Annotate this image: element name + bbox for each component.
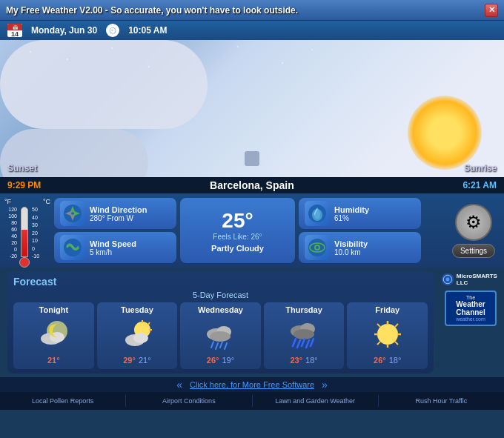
temperature-display: 25° bbox=[222, 209, 253, 233]
forecast-subtitle: 5-Day Forecast bbox=[13, 291, 428, 299]
visibility-icon bbox=[305, 235, 330, 260]
icon-thursday bbox=[285, 316, 322, 354]
promo-arrow-left: « bbox=[176, 379, 182, 391]
temps-tonight: 21° bbox=[47, 356, 60, 365]
forecast-days: Tonight 21° Tuesday bbox=[13, 302, 428, 369]
svg-line-42 bbox=[395, 342, 398, 345]
wind-speed-panel: Wind Speed 5 km/h bbox=[54, 232, 176, 263]
clock-icon: 🕙 bbox=[106, 24, 119, 37]
forecast-day-wednesday: Wednesday 26° 19° bbox=[180, 302, 261, 369]
sunrise-time: 6:21 AM bbox=[462, 180, 497, 190]
weather-row: °F °C 120 100 80 60 40 20 0 -20 bbox=[0, 193, 504, 268]
icon-wednesday bbox=[202, 316, 239, 354]
wind-speed-text: Wind Speed 5 km/h bbox=[90, 239, 136, 256]
settings-container: ⚙ Settings bbox=[448, 198, 500, 263]
low-friday: 18° bbox=[389, 356, 402, 365]
humidity-text: Humidity 61% bbox=[334, 205, 369, 222]
visibility-text: Visibility 10.0 km bbox=[334, 239, 368, 256]
high-thursday: 23° bbox=[290, 356, 302, 365]
wind-speed-icon bbox=[60, 235, 85, 260]
wind-direction-text: Wind Direction 280° From W bbox=[90, 205, 147, 222]
promo-arrow-right: » bbox=[322, 379, 328, 391]
datetime-bar: 📅 14 Monday, Jun 30 🕙 10:05 AM bbox=[0, 21, 504, 40]
celsius-label: °C bbox=[43, 198, 50, 205]
right-logos-area: MicroSMARTS LLC The Weather Channel weat… bbox=[441, 268, 500, 374]
svg-line-44 bbox=[377, 342, 380, 345]
low-tuesday: 21° bbox=[139, 356, 151, 365]
bottom-bar: Local Pollen Reports Airport Conditions … bbox=[0, 392, 504, 410]
svg-line-43 bbox=[395, 324, 398, 327]
fahrenheit-label: °F bbox=[4, 198, 11, 205]
title-bar: My Free Weather V2.00 - So accurate, you… bbox=[0, 0, 504, 21]
bottom-traffic[interactable]: Rush Hour Traffic bbox=[379, 395, 504, 407]
wc-channel: Channel bbox=[449, 308, 492, 316]
forecast-day-tonight: Tonight 21° bbox=[13, 302, 94, 369]
sunrise-label: Sunrise bbox=[464, 163, 497, 173]
bottom-lawn[interactable]: Lawn and Garden Weather bbox=[253, 395, 379, 407]
info-panels: Wind Direction 280° From W Wind Speed 5 … bbox=[54, 198, 444, 263]
svg-line-34 bbox=[306, 340, 309, 348]
forecast-day-thursday: Thursday 23° 1 bbox=[264, 302, 345, 369]
close-button[interactable]: ✕ bbox=[485, 4, 498, 17]
temps-tuesday: 29° 21° bbox=[123, 356, 150, 365]
icon-tonight bbox=[35, 316, 72, 354]
day-name-tonight: Tonight bbox=[39, 305, 69, 314]
wc-weather: Weather bbox=[449, 300, 492, 308]
wind-direction-icon bbox=[60, 201, 85, 226]
wc-url: weather.com bbox=[449, 316, 492, 322]
temps-wednesday: 26° 19° bbox=[207, 356, 234, 365]
forecast-day-friday: Friday 26° 18° bbox=[347, 302, 428, 369]
settings-button[interactable]: Settings bbox=[452, 244, 495, 258]
svg-line-26 bbox=[220, 342, 222, 348]
day-name-tuesday: Tuesday bbox=[121, 305, 153, 314]
sunset-time: 9:29 PM bbox=[7, 180, 41, 190]
right-info-panels: Humidity 61% Visibility 10.0 km bbox=[299, 198, 421, 263]
svg-line-31 bbox=[293, 339, 296, 346]
humidity-panel: Humidity 61% bbox=[299, 198, 421, 229]
high-wednesday: 26° bbox=[207, 356, 219, 365]
icon-friday bbox=[369, 316, 406, 354]
times-row: 9:29 PM Barcelona, Spain 6:21 AM bbox=[0, 177, 504, 193]
weather-channel-box: The Weather Channel weather.com bbox=[445, 291, 497, 326]
low-wednesday: 19° bbox=[222, 356, 234, 365]
temps-friday: 26° 18° bbox=[374, 356, 401, 365]
day-name-thursday: Thursday bbox=[285, 305, 322, 314]
bottom-pollen[interactable]: Local Pollen Reports bbox=[0, 395, 126, 407]
feels-like-display: Feels Like: 26° bbox=[213, 233, 262, 241]
svg-line-41 bbox=[377, 324, 380, 327]
low-thursday: 18° bbox=[305, 356, 318, 365]
thermometer: °F °C 120 100 80 60 40 20 0 -20 bbox=[4, 198, 50, 263]
high-tuesday: 29° bbox=[123, 356, 136, 365]
app-title: My Free Weather V2.00 - So accurate, you… bbox=[6, 5, 298, 16]
center-weather-display: 25° Feels Like: 26° Partly Cloudy bbox=[180, 198, 295, 263]
svg-line-35 bbox=[311, 339, 314, 346]
svg-point-47 bbox=[445, 278, 449, 282]
svg-line-32 bbox=[297, 340, 300, 348]
visibility-panel: Visibility 10.0 km bbox=[299, 232, 421, 263]
svg-point-11 bbox=[316, 246, 319, 249]
day-name-friday: Friday bbox=[375, 305, 399, 314]
icon-tuesday bbox=[119, 316, 156, 354]
humidity-icon bbox=[305, 201, 330, 226]
sunset-label: Sunset bbox=[7, 163, 37, 173]
forecast-wrapper: Forecast 5-Day Forecast Tonight 21° bbox=[0, 268, 504, 377]
svg-point-30 bbox=[294, 329, 314, 339]
svg-line-33 bbox=[302, 339, 305, 346]
microsmarts-logo: MicroSMARTS LLC bbox=[441, 271, 500, 288]
svg-point-36 bbox=[377, 324, 398, 345]
wind-direction-panel: Wind Direction 280° From W bbox=[54, 198, 176, 229]
moon-icon bbox=[245, 151, 259, 166]
city-name: Barcelona, Spain bbox=[210, 179, 294, 191]
svg-point-20 bbox=[133, 333, 148, 343]
day-name-wednesday: Wednesday bbox=[198, 305, 243, 314]
svg-line-25 bbox=[216, 343, 218, 349]
temps-thursday: 23° 18° bbox=[290, 356, 317, 365]
promo-link[interactable]: Click here, for More Free Software bbox=[190, 380, 314, 389]
date-display: Monday, Jun 30 bbox=[31, 25, 97, 36]
sky-area: Sunset Sunrise bbox=[0, 40, 504, 177]
settings-gear-icon[interactable]: ⚙ bbox=[455, 204, 492, 241]
left-info-panels: Wind Direction 280° From W Wind Speed 5 … bbox=[54, 198, 176, 263]
bottom-airport[interactable]: Airport Conditions bbox=[126, 395, 252, 407]
svg-line-17 bbox=[148, 322, 150, 325]
svg-point-23 bbox=[210, 331, 231, 342]
